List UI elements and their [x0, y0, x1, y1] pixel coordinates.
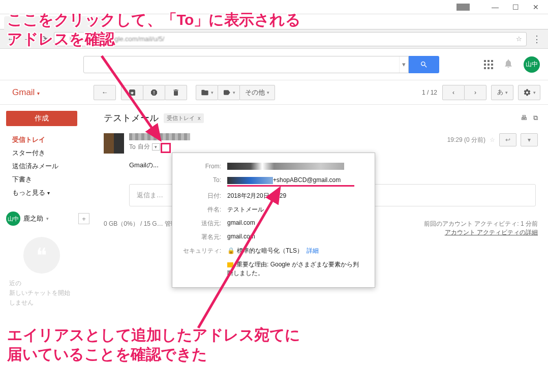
browser-tab[interactable]: [4, 16, 106, 29]
forward-button[interactable]: →: [21, 33, 34, 45]
signed-value: gmail.com: [224, 230, 366, 244]
search-button[interactable]: [409, 56, 439, 73]
to-label: To:: [177, 174, 224, 189]
new-chat-button[interactable]: +: [78, 213, 89, 224]
account-avatar[interactable]: 山中: [524, 56, 540, 73]
sender-domain-value: gmail.com: [224, 217, 366, 230]
archive-button[interactable]: [121, 85, 143, 100]
sidebar-item-sent[interactable]: 送信済みメール: [0, 160, 94, 173]
back-button[interactable]: ←: [5, 33, 17, 45]
security-details-link[interactable]: 詳細: [307, 247, 319, 254]
storage-text: 0 GB（0%） / 15 G… 管理: [104, 220, 177, 237]
gear-icon: [523, 88, 531, 97]
newer-button[interactable]: ‹: [442, 85, 465, 100]
date-label: 日付:: [177, 189, 224, 203]
title-redacted: [456, 4, 470, 11]
sender-avatar: [104, 133, 124, 154]
spam-button[interactable]: [143, 85, 165, 100]
window-maximize-button[interactable]: ☐: [505, 1, 526, 13]
contact-avatar: 山中: [6, 212, 20, 226]
window-close-button[interactable]: ✕: [526, 1, 546, 13]
reply-button[interactable]: ↩: [499, 133, 516, 146]
gmail-search-input[interactable]: ▾: [83, 56, 409, 73]
message-time: 19:29 (0 分前): [447, 136, 485, 144]
from-value-redacted: [227, 163, 344, 170]
mail-label-chip[interactable]: 受信トレイ x: [164, 113, 204, 123]
to-value-redacted: [227, 177, 273, 184]
browser-menu-button[interactable]: ⋮: [531, 34, 543, 45]
ime-button[interactable]: あ▾: [491, 85, 513, 100]
message-count: 1 / 12: [422, 89, 437, 96]
subject-label: 件名:: [177, 203, 224, 217]
gmail-label[interactable]: Gmail ▾: [12, 87, 94, 98]
message-details-popover: From: To: +shopABCD@gmail.com 日付: 2018年2…: [172, 153, 375, 288]
sidebar: 作成 受信トレイ スター付き 送信済みメール 下書き もっと見る ▾ 山中 鹿之…: [0, 105, 94, 392]
to-self: 自分: [138, 142, 150, 151]
hangouts-contact[interactable]: 山中 鹿之助 ▾ +: [0, 209, 94, 228]
back-to-inbox-button[interactable]: ←: [94, 85, 116, 100]
delete-button[interactable]: [165, 85, 187, 100]
reload-button[interactable]: ⟳: [38, 33, 50, 45]
browser-addressbar: ← → ⟳ 🔒 https://mail.google.com/mail/u/5…: [0, 29, 548, 49]
search-options-caret[interactable]: ▾: [399, 56, 408, 73]
activity-details-link[interactable]: アカウント アクティビティの詳細: [445, 229, 538, 236]
bookmark-star-icon[interactable]: ☆: [516, 35, 522, 43]
print-icon[interactable]: 🖶: [521, 114, 527, 122]
show-details-button[interactable]: ▾: [152, 143, 160, 150]
window-minimize-button[interactable]: —: [485, 1, 505, 13]
important-flag-icon: [227, 262, 233, 267]
mail-subject: テストメール: [104, 112, 159, 124]
search-icon: [420, 61, 428, 69]
to-prefix: To: [129, 143, 136, 150]
star-icon[interactable]: ☆: [490, 136, 495, 143]
window-titlebar: — ☐ ✕: [0, 0, 548, 14]
signed-label: 署名元:: [177, 230, 224, 244]
compose-button[interactable]: 作成: [6, 111, 77, 126]
subject-value: テストメール: [224, 203, 366, 217]
from-label: From:: [177, 160, 224, 174]
to-underline-annotation: [227, 185, 354, 187]
more-button[interactable]: その他▾: [239, 85, 275, 100]
activity-text: 前回のアカウント アクティビティ: 1 分前: [424, 220, 538, 228]
labels-button[interactable]: ▾: [218, 85, 240, 100]
google-header: ▾ 山中: [0, 49, 548, 80]
move-to-button[interactable]: ▾: [196, 85, 218, 100]
url-text: https://mail.google.com/mail/u/5/: [70, 35, 164, 43]
sidebar-item-more[interactable]: もっと見る ▾: [0, 186, 94, 199]
date-value: 2018年2月20日 19:29: [224, 189, 366, 203]
message-header: To 自分 ▾ 19:29 (0 分前) ☆ ↩ ▾: [104, 133, 538, 154]
browser-tabstrip: [0, 14, 548, 29]
url-input[interactable]: 🔒 https://mail.google.com/mail/u/5/ ☆: [54, 32, 527, 46]
sidebar-faded-text: 近の 新しいチャットを開始 しません: [0, 274, 94, 308]
sidebar-item-drafts[interactable]: 下書き: [0, 173, 94, 186]
settings-button[interactable]: ▾: [518, 85, 540, 100]
contact-name: 鹿之助: [23, 214, 43, 223]
to-value-suffix: +shopABCD@gmail.com: [273, 176, 341, 184]
security-label: セキュリティ:: [177, 244, 224, 258]
reply-placeholder: 返信ま…: [137, 191, 163, 200]
sidebar-item-starred[interactable]: スター付き: [0, 146, 94, 160]
older-button[interactable]: ›: [464, 85, 486, 100]
important-reason: 重要な理由: Google がさまざまな要素から判断しました。: [227, 261, 359, 277]
sender-domain-label: 送信元:: [177, 217, 224, 230]
popout-icon[interactable]: ⧉: [533, 114, 538, 122]
lock-icon: 🔒: [227, 247, 235, 254]
more-actions-button[interactable]: ▾: [521, 133, 538, 146]
sender-name-redacted: [129, 133, 190, 140]
notifications-icon[interactable]: [503, 58, 513, 70]
apps-icon[interactable]: [484, 60, 493, 69]
mail-toolbar: Gmail ▾ ← ▾ ▾ その他▾ 1 / 12 ‹ › あ▾ ▾: [0, 80, 548, 105]
sidebar-item-inbox[interactable]: 受信トレイ: [0, 133, 94, 146]
security-value: 標準的な暗号化（TLS）: [237, 247, 303, 254]
hangouts-placeholder-icon: ❝: [23, 237, 60, 274]
